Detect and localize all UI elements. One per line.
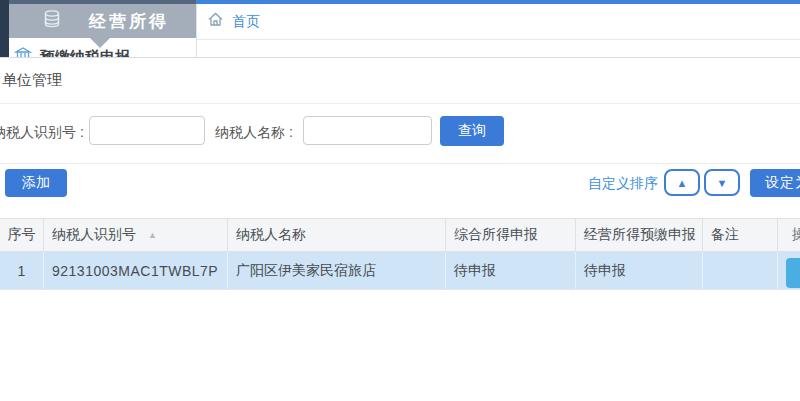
taxpayer-id-label: 纳税人识别号 :: [0, 124, 84, 142]
cell-taxpayer-name: 广阳区伊美家民宿旅店: [228, 252, 446, 289]
col-header-operation-label: 操作: [792, 226, 800, 244]
breadcrumb-bar: 首页: [196, 4, 800, 40]
query-button[interactable]: 查询: [440, 116, 504, 146]
sort-up-button[interactable]: ▲: [664, 169, 700, 196]
col-header-comprehensive-income: 综合所得申报: [446, 219, 576, 251]
breadcrumb-home-link[interactable]: 首页: [232, 13, 260, 31]
app-window: 经营所得 预缴纳税申报 首页 单位管理 纳税人识别号 : 纳税人名称 :: [0, 0, 800, 401]
cell-index: 1: [0, 252, 44, 289]
cell-comprehensive-status: 待申报: [446, 252, 576, 289]
col-header-business-income-prepay: 经营所得预缴申报: [576, 219, 703, 251]
page-title: 单位管理: [2, 71, 62, 90]
section-divider-bottom: [0, 163, 800, 164]
cell-taxpayer-id: 92131003MAC1TWBL7P: [44, 252, 228, 289]
sort-up-icon: ▲: [677, 177, 688, 189]
table-row[interactable]: 1 92131003MAC1TWBL7P 广阳区伊美家民宿旅店 待申报 待申报: [0, 252, 800, 290]
left-edge-bar: [0, 0, 9, 57]
col-header-taxpayer-name: 纳税人名称: [228, 219, 446, 251]
units-table: 序号 纳税人识别号 ▲ 纳税人名称 综合所得申报 经营所得预缴申报 备注 操作 …: [0, 218, 800, 290]
content-top-border: [0, 57, 800, 58]
sort-down-icon: ▼: [717, 177, 728, 189]
cell-remark: [703, 252, 778, 289]
section-tab-title: 经营所得: [89, 10, 169, 33]
section-tab-business-income[interactable]: 经营所得: [9, 4, 196, 38]
sidebar-divider: [196, 4, 197, 57]
sidebar-item-label: 预缴纳税申报: [40, 48, 130, 57]
section-divider-top: [0, 103, 800, 104]
sidebar-item-prepay-declaration[interactable]: 预缴纳税申报: [9, 42, 196, 57]
table-header-row: 序号 纳税人识别号 ▲ 纳税人名称 综合所得申报 经营所得预缴申报 备注 操作: [0, 218, 800, 252]
col-header-remark: 备注: [703, 219, 778, 251]
cell-business-status: 待申报: [576, 252, 703, 289]
sort-caret-icon: ▲: [148, 230, 157, 240]
bank-icon: [14, 45, 32, 57]
taxpayer-name-label: 纳税人名称 :: [215, 124, 293, 142]
coins-stack-icon: [41, 8, 63, 34]
add-button[interactable]: 添加: [5, 169, 67, 197]
set-as-default-button[interactable]: 设定为: [750, 169, 800, 197]
taxpayer-name-input[interactable]: [303, 116, 432, 145]
row-action-button[interactable]: [786, 258, 800, 288]
custom-sort-label: 自定义排序: [588, 175, 658, 193]
col-header-index: 序号: [0, 219, 44, 251]
taxpayer-id-input[interactable]: [89, 116, 205, 145]
col-header-operation: 操作: [778, 219, 800, 251]
col-header-taxpayer-id[interactable]: 纳税人识别号 ▲: [44, 219, 228, 251]
sort-down-button[interactable]: ▼: [704, 169, 740, 196]
col-header-taxpayer-id-label: 纳税人识别号: [52, 226, 136, 244]
home-icon: [207, 11, 224, 32]
